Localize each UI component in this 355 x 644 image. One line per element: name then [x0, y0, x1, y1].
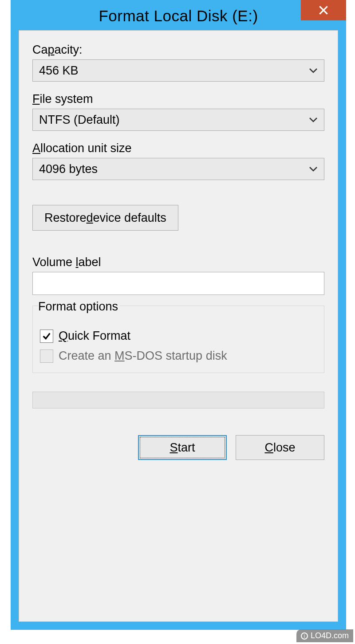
quick-format-row: Quick Format	[40, 329, 317, 343]
dialog-body: Capacity: 456 KB File system NTFS (Defau…	[19, 30, 338, 622]
quick-format-label: Quick Format	[59, 329, 130, 343]
format-options-group: Format options Quick Format Create an MS…	[32, 306, 324, 373]
capacity-value: 456 KB	[39, 64, 79, 78]
close-window-button[interactable]	[301, 0, 346, 20]
window-title: Format Local Disk (E:)	[19, 7, 338, 25]
allocation-combobox[interactable]: 4096 bytes	[32, 158, 324, 180]
capacity-label: Capacity:	[32, 43, 324, 57]
msdos-checkbox	[40, 349, 53, 363]
titlebar: Format Local Disk (E:)	[19, 2, 338, 30]
filesystem-combobox[interactable]: NTFS (Default)	[32, 109, 324, 131]
chevron-down-icon	[309, 65, 318, 76]
quick-format-checkbox[interactable]	[40, 330, 53, 343]
format-dialog-window: Format Local Disk (E:) Capacity: 456 KB …	[11, 0, 346, 630]
allocation-label: Allocation unit size	[32, 141, 324, 155]
msdos-label: Create an MS-DOS startup disk	[59, 349, 227, 363]
allocation-value: 4096 bytes	[39, 162, 98, 176]
filesystem-label: File system	[32, 92, 324, 106]
msdos-row: Create an MS-DOS startup disk	[40, 349, 317, 363]
format-options-legend: Format options	[38, 300, 120, 314]
capacity-combobox[interactable]: 456 KB	[32, 59, 324, 82]
filesystem-value: NTFS (Default)	[39, 113, 120, 127]
progress-bar	[32, 392, 324, 408]
dialog-buttons: Start Close	[32, 435, 324, 460]
chevron-down-icon	[309, 163, 318, 175]
check-icon	[42, 331, 51, 341]
watermark: i LO4D.com	[296, 629, 353, 642]
chevron-down-icon	[309, 114, 318, 126]
restore-defaults-button[interactable]: Restore device defaults	[32, 205, 178, 231]
close-button[interactable]: Close	[236, 435, 324, 460]
close-icon	[318, 4, 329, 16]
volume-label-input[interactable]	[32, 272, 324, 295]
volume-label-label: Volume label	[32, 255, 324, 269]
start-button[interactable]: Start	[138, 435, 227, 460]
info-icon: i	[301, 632, 308, 640]
